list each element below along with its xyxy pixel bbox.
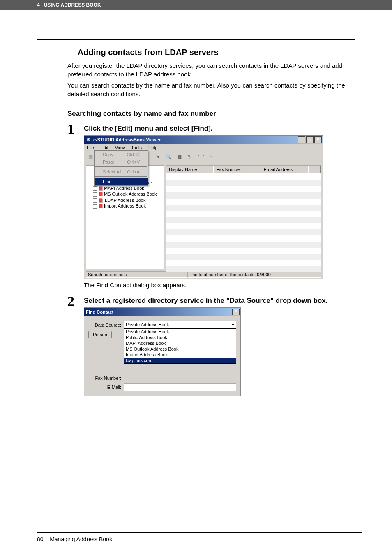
- toolbar-new-icon[interactable]: ▤: [86, 153, 95, 162]
- menu-item-copy-label: Copy: [103, 152, 113, 157]
- menu-item-paste[interactable]: Paste Ctrl+V: [95, 158, 148, 166]
- label-fax-number: Fax Number:: [88, 376, 124, 381]
- screenshot-find-contact: Find Contact × Data Source: Private Addr…: [84, 307, 241, 396]
- close-button[interactable]: ×: [314, 136, 322, 143]
- chapter-number: 4: [37, 2, 40, 8]
- contact-list[interactable]: Display Name Fax Number Email Address: [166, 165, 321, 269]
- page-number: 80: [37, 536, 44, 542]
- tree-import[interactable]: +📕Import Address Book: [93, 203, 162, 209]
- toolbar-refresh-icon[interactable]: ↻: [185, 153, 194, 162]
- menu-item-find-label: Find: [103, 179, 111, 184]
- footer-section-label: Managing Address Book: [50, 536, 112, 542]
- step-2-number: 2: [67, 295, 84, 308]
- col-spacer: [308, 166, 321, 173]
- dropdown-arrow-icon[interactable]: ▾: [232, 322, 234, 328]
- toolbar-properties-icon[interactable]: ▦: [175, 153, 184, 162]
- chapter-header: 4 USING ADDRESS BOOK: [0, 0, 392, 10]
- section-para-2: You can search contacts by the name and …: [67, 81, 362, 98]
- menu-item-copy-shortcut: Ctrl+C: [127, 152, 140, 157]
- data-source-select[interactable]: Private Address Book ▾ Private Address B…: [124, 321, 236, 329]
- section-rule: [37, 39, 355, 40]
- tree-ldap[interactable]: +📕LDAP Address Book: [93, 197, 162, 203]
- toolbar-find-icon[interactable]: 🔍: [164, 153, 173, 162]
- toolbar: ▤ Copy Ctrl+C Paste Ctrl+V: [84, 151, 323, 164]
- menu-item-copy[interactable]: Copy Ctrl+C: [95, 151, 148, 158]
- menu-item-paste-label: Paste: [103, 159, 114, 164]
- list-rows: [166, 174, 321, 268]
- data-source-selected: Private Address Book: [126, 322, 169, 328]
- window-title: e-STUDIO AddressBook Viewer: [93, 137, 161, 142]
- menu-separator: [95, 176, 147, 177]
- page-footer: 80 Managing Address Book: [37, 532, 362, 542]
- menu-tools[interactable]: Tools: [129, 145, 143, 150]
- edit-menu-dropdown: Copy Ctrl+C Paste Ctrl+V Select All Ctrl…: [94, 150, 148, 186]
- section-heading: — Adding contacts from LDAP servers: [67, 48, 362, 57]
- list-header: Display Name Fax Number Email Address: [166, 166, 321, 173]
- email-input[interactable]: [124, 383, 236, 391]
- option-private[interactable]: Private Address Book: [124, 329, 236, 335]
- dialog-titlebar: Find Contact ×: [84, 308, 240, 316]
- option-ldap[interactable]: ldap.tais.com: [124, 358, 236, 363]
- chapter-title: USING ADDRESS BOOK: [44, 2, 101, 8]
- dialog-title: Find Contact: [86, 309, 113, 314]
- menu-item-paste-shortcut: Ctrl+V: [127, 159, 140, 164]
- col-email[interactable]: Email Address: [261, 166, 308, 173]
- menu-separator: [95, 166, 147, 167]
- screenshot-addressbook-viewer: ✉ e-STUDIO AddressBook Viewer _ □ × File…: [84, 135, 323, 279]
- menu-item-selectall[interactable]: Select All Ctrl+A: [95, 168, 148, 175]
- toolbar-icon-6[interactable]: ≡: [207, 153, 216, 162]
- step-2-title: Select a registered directory service in…: [84, 297, 362, 305]
- step-1-title: Click the [Edit] menu and select [Find].: [84, 125, 362, 133]
- col-fax-number[interactable]: Fax Number: [213, 166, 261, 173]
- menu-item-selectall-shortcut: Ctrl+A: [127, 169, 140, 174]
- toolbar-delete-icon[interactable]: ✕: [153, 153, 162, 162]
- col-display-name[interactable]: Display Name: [166, 166, 213, 173]
- menu-item-selectall-label: Select All: [103, 169, 121, 174]
- tree-mapi[interactable]: +📕MAPI Address Book: [93, 185, 162, 192]
- step-1-caption: The Find Contact dialog box appears.: [84, 282, 362, 289]
- data-source-dropdown-list: Private Address Book Public Address Book…: [124, 328, 236, 364]
- tab-person[interactable]: Person: [88, 331, 112, 338]
- option-import[interactable]: Import Address Book: [124, 352, 236, 358]
- option-public[interactable]: Public Address Book: [124, 335, 236, 340]
- label-data-source: Data Source:: [88, 323, 124, 328]
- menu-item-find[interactable]: Find: [95, 178, 148, 185]
- maximize-button[interactable]: □: [306, 136, 314, 143]
- option-mapi[interactable]: MAPI Address Book: [124, 340, 236, 346]
- section-subheading: Searching contacts by name and fax numbe…: [67, 110, 362, 118]
- window-titlebar: ✉ e-STUDIO AddressBook Viewer _ □ ×: [84, 136, 323, 144]
- minimize-button[interactable]: _: [298, 136, 305, 143]
- menu-file[interactable]: File: [85, 145, 96, 150]
- step-1-number: 1: [67, 123, 84, 136]
- option-msoutlook[interactable]: MS Outlook Address Book: [124, 346, 236, 352]
- app-icon: ✉: [86, 137, 92, 143]
- toolbar-icon-5[interactable]: ⋮⋮: [196, 153, 205, 162]
- dialog-close-button[interactable]: ×: [232, 309, 240, 315]
- section-para-1: After you register the LDAP directory se…: [67, 61, 362, 78]
- label-email: E-Mail:: [88, 385, 124, 390]
- menu-view[interactable]: View: [113, 145, 127, 150]
- menu-edit[interactable]: Edit: [99, 145, 110, 150]
- menubar: File Edit View Tools Help: [84, 144, 323, 151]
- menu-help[interactable]: Help: [147, 145, 159, 150]
- tree-ms-outlook[interactable]: +📕MS Outlook Address Book: [93, 191, 162, 197]
